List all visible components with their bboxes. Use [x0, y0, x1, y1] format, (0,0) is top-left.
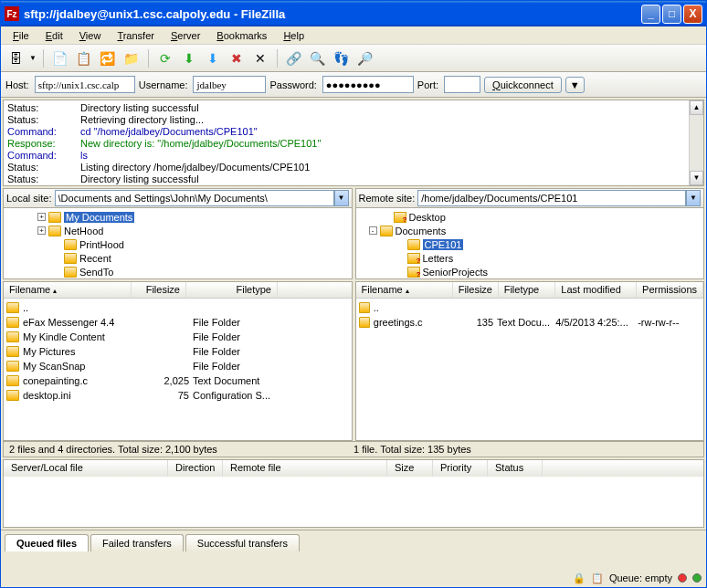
file-row[interactable]: My Pictures File Folder — [6, 344, 349, 359]
dropdown-icon[interactable]: ▼ — [334, 190, 349, 206]
column-header[interactable]: Permissions — [637, 282, 703, 298]
quickconnect-dropdown-button[interactable]: ▼ — [565, 77, 585, 93]
scroll-down-icon[interactable]: ▼ — [690, 171, 703, 185]
tree-item[interactable]: SendTo — [5, 265, 350, 278]
scroll-up-icon[interactable]: ▲ — [690, 100, 703, 115]
filter-icon[interactable]: 👣 — [332, 48, 352, 68]
menu-transfer[interactable]: Transfer — [110, 28, 162, 43]
log-line: Command:cd "/home/jdalbey/Documents/CPE1… — [7, 126, 700, 138]
file-row[interactable]: greetings.c 135 Text Docu... 4/5/2013 4:… — [359, 315, 702, 330]
column-header[interactable]: Status — [488, 460, 543, 477]
tree-label: SendTo — [79, 267, 113, 278]
tree-label: PrintHood — [79, 239, 124, 250]
column-header[interactable]: Size — [387, 460, 433, 477]
column-header[interactable]: Filesize — [453, 282, 499, 298]
scrollbar[interactable]: ▲ ▼ — [689, 100, 703, 185]
log-line: Status:Retrieving directory listing... — [7, 114, 700, 126]
tree-item[interactable]: Desktop — [358, 210, 702, 224]
menu-view[interactable]: View — [72, 28, 109, 43]
toggle-queue-icon[interactable]: 🔁 — [98, 48, 118, 68]
tree-label: SeniorProjects — [423, 267, 489, 278]
file-row[interactable]: desktop.ini 75 Configuration S... — [6, 388, 349, 403]
file-name: .. — [23, 302, 131, 313]
file-row[interactable]: My Kindle Content File Folder — [6, 330, 349, 344]
file-icon — [6, 390, 19, 401]
expand-icon[interactable]: + — [37, 213, 46, 221]
port-input[interactable] — [444, 76, 480, 93]
username-input[interactable] — [193, 76, 266, 93]
message-log[interactable]: Status:Directory listing successfulStatu… — [3, 100, 704, 186]
minimize-button[interactable]: _ — [641, 5, 660, 24]
column-header[interactable]: Filename ▴ — [356, 282, 453, 298]
menu-help[interactable]: Help — [276, 28, 311, 43]
tab-successful-transfers[interactable]: Successful transfers — [185, 534, 300, 551]
column-header[interactable]: Server/Local file — [4, 460, 168, 477]
refresh-icon[interactable]: ⟳ — [155, 48, 175, 68]
file-row[interactable]: eFax Messenger 4.4 File Folder — [6, 315, 349, 330]
tab-failed-transfers[interactable]: Failed transfers — [90, 534, 184, 551]
toolbar-icon[interactable]: 📁 — [121, 48, 142, 68]
local-site-pane: Local site: ▼ + My Documents + NetHood P… — [3, 188, 353, 279]
reconnect-icon[interactable]: 🔗 — [284, 48, 304, 68]
process-queue-icon[interactable]: ⬇ — [179, 48, 199, 68]
local-path-input[interactable] — [55, 190, 334, 206]
log-line: Status:Listing directory /home/jdalbey/D… — [7, 162, 700, 173]
column-header[interactable]: Filetype — [499, 282, 556, 298]
file-row[interactable]: My ScanSnap File Folder — [6, 359, 349, 373]
tree-item[interactable]: + NetHood — [5, 224, 350, 237]
folder-icon — [407, 253, 420, 264]
expand-icon[interactable]: - — [369, 226, 377, 235]
dropdown-icon[interactable]: ▼ — [686, 190, 701, 206]
remote-path-input[interactable] — [417, 190, 686, 206]
tree-label: CPE101 — [423, 239, 464, 250]
menu-server[interactable]: Server — [164, 28, 207, 43]
tab-queued-files[interactable]: Queued files — [5, 534, 89, 551]
tree-item[interactable]: + My Documents — [5, 210, 350, 224]
column-header[interactable]: Last modified — [555, 282, 637, 298]
transfer-queue[interactable]: Server/Local fileDirectionRemote fileSiz… — [3, 459, 704, 528]
tree-item[interactable]: SeniorProjects — [358, 265, 702, 278]
tree-item[interactable]: CPE101 — [358, 237, 702, 251]
app-icon: Fz — [5, 6, 19, 21]
site-manager-icon[interactable]: 🗄 — [5, 48, 26, 68]
column-header[interactable]: Filetype — [186, 282, 278, 298]
toggle-tree-icon[interactable]: 📋 — [74, 48, 94, 68]
tree-item[interactable]: - Documents — [358, 224, 702, 237]
remote-file-list[interactable]: Filename ▴FilesizeFiletypeLast modifiedP… — [355, 281, 705, 441]
host-input[interactable] — [35, 76, 135, 93]
menu-bookmarks[interactable]: Bookmarks — [209, 28, 274, 43]
tree-item[interactable]: Recent — [5, 251, 350, 265]
column-header[interactable]: Filesize — [132, 282, 186, 298]
file-size: 75 — [134, 390, 189, 401]
close-button[interactable]: X — [683, 5, 702, 24]
column-header[interactable]: Filename ▴ — [4, 282, 132, 298]
toggle-log-icon[interactable]: 📄 — [50, 48, 70, 68]
column-header[interactable]: Priority — [433, 460, 488, 477]
tree-label: Documents — [396, 226, 447, 236]
file-name: My Pictures — [23, 346, 131, 357]
quickconnect-button[interactable]: Quickconnect — [484, 77, 562, 93]
local-site-label: Local site: — [6, 193, 52, 204]
toolbar-icon[interactable]: ⬇ — [203, 48, 223, 68]
dropdown-icon[interactable]: ▼ — [29, 54, 37, 62]
expand-icon[interactable]: + — [37, 226, 46, 235]
find-icon[interactable]: 🔎 — [355, 48, 375, 68]
folder-icon — [380, 226, 393, 236]
password-input[interactable] — [322, 76, 414, 93]
disconnect-icon[interactable]: ✕ — [250, 48, 270, 68]
file-row[interactable]: .. — [359, 300, 702, 315]
compare-icon[interactable]: 🔍 — [308, 48, 328, 68]
maximize-button[interactable]: □ — [662, 5, 681, 24]
file-row[interactable]: conepainting.c 2,025 Text Document — [6, 373, 349, 388]
local-tree[interactable]: + My Documents + NetHood PrintHood Recen… — [3, 208, 353, 279]
menu-edit[interactable]: Edit — [38, 28, 70, 43]
column-header[interactable]: Direction — [168, 460, 223, 477]
menu-file[interactable]: File — [5, 28, 37, 43]
tree-item[interactable]: PrintHood — [5, 237, 350, 251]
file-row[interactable]: .. — [6, 300, 349, 315]
local-file-list[interactable]: Filename ▴FilesizeFiletype .. eFax Messe… — [3, 281, 353, 441]
cancel-icon[interactable]: ✖ — [227, 48, 247, 68]
column-header[interactable]: Remote file — [223, 460, 387, 477]
remote-tree[interactable]: Desktop - Documents CPE101 Letters Senio… — [355, 208, 705, 279]
tree-item[interactable]: Letters — [358, 251, 702, 265]
